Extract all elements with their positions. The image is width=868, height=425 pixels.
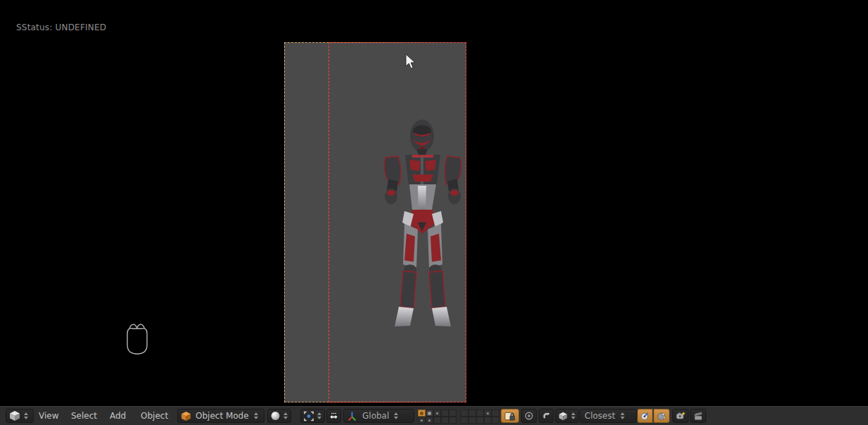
layer-toggle[interactable] (449, 410, 457, 417)
orange-cube-icon (181, 411, 191, 421)
viewport-background: SStatus: UNDEFINED (0, 0, 868, 425)
circle-icon (525, 411, 533, 421)
xyz-axis-icon (347, 411, 357, 421)
translate-arrows-icon (330, 411, 338, 421)
mouse-cursor (405, 54, 416, 70)
solid-sphere-icon (271, 411, 280, 421)
dropdown-arrows-icon (254, 412, 258, 419)
layer-toggle[interactable] (418, 410, 426, 417)
layer-toggle[interactable] (433, 417, 441, 424)
layers-widget (418, 410, 499, 424)
layer-toggle[interactable] (476, 417, 484, 424)
snap-peel-object-toggle[interactable] (637, 409, 653, 423)
sphere-nodes-icon (657, 411, 666, 421)
layer-toggle[interactable] (468, 417, 476, 424)
dropdown-arrows-icon (394, 412, 398, 419)
opengl-render-button[interactable] (672, 409, 689, 423)
camera-view-region[interactable] (284, 42, 466, 402)
opengl-render-animation-button[interactable] (690, 409, 706, 423)
3d-viewport-cube-icon (9, 410, 20, 421)
layer-toggle[interactable] (461, 417, 468, 424)
menu-view[interactable]: View (39, 409, 58, 423)
dropdown-arrows-icon (620, 412, 625, 419)
layer-toggle[interactable] (441, 410, 449, 417)
lock-camera-and-layers-toggle[interactable] (501, 409, 519, 423)
layer-toggle[interactable] (426, 417, 433, 424)
robot-character-model (381, 117, 464, 329)
lock-camera-icon (504, 411, 516, 421)
menu-add[interactable]: Add (110, 409, 126, 423)
layer-toggle[interactable] (484, 417, 492, 424)
menu-select[interactable]: Select (71, 409, 97, 423)
layer-toggle[interactable] (492, 410, 499, 417)
cube-icon (559, 411, 568, 421)
mode-label: Object Mode (194, 411, 250, 421)
layer-toggle[interactable] (484, 410, 492, 417)
magnet-icon (542, 411, 550, 421)
median-point-icon (304, 411, 314, 421)
snap-target-dropdown[interactable]: Closest (580, 409, 637, 423)
dropdown-arrows-icon (571, 412, 575, 419)
viewport-header: View Select Add Object Object Mode (0, 406, 868, 425)
layer-toggle[interactable] (433, 410, 441, 417)
snap-target-label: Closest (583, 411, 617, 421)
layer-toggle[interactable] (476, 410, 484, 417)
menu-object[interactable]: Object (141, 409, 168, 423)
layer-toggle[interactable] (418, 417, 426, 424)
pivot-point-dropdown[interactable] (300, 409, 325, 423)
layer-toggle[interactable] (426, 410, 433, 417)
snap-toggle[interactable] (539, 409, 554, 423)
layer-group-2 (461, 410, 499, 424)
proportional-editing-dropdown[interactable] (521, 409, 537, 423)
sphere-dial-icon (641, 411, 649, 421)
layer-toggle[interactable] (449, 417, 457, 424)
orientation-dropdown[interactable]: Global (343, 409, 414, 423)
mode-dropdown[interactable]: Object Mode (177, 409, 264, 423)
dropdown-arrows-icon (317, 412, 321, 419)
dropdown-arrows-icon (283, 412, 288, 419)
orientation-label: Global (361, 411, 390, 421)
editor-type-dropdown[interactable] (6, 409, 34, 423)
layer-toggle[interactable] (441, 417, 449, 424)
shading-dropdown[interactable] (267, 409, 291, 423)
camera-star-icon (676, 410, 685, 421)
manipulator-toggle[interactable] (326, 409, 341, 423)
layer-group-1 (418, 410, 457, 424)
status-text: SStatus: UNDEFINED (16, 23, 106, 32)
dropdown-arrows-icon (24, 412, 28, 419)
clapperboard-icon (694, 411, 703, 421)
snap-element-dropdown[interactable] (555, 409, 579, 423)
layer-toggle[interactable] (461, 410, 468, 417)
layer-toggle[interactable] (468, 410, 476, 417)
layer-toggle[interactable] (492, 417, 499, 424)
mouse-icon (123, 322, 151, 357)
snap-on-self-toggle[interactable] (653, 409, 670, 423)
